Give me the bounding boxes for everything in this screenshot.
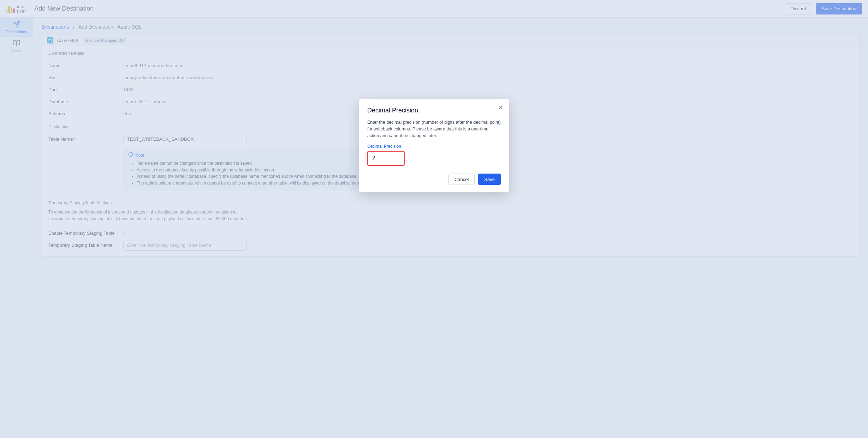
decimal-precision-dialog: Decimal Precision Enter the decimal prec… xyxy=(359,99,509,192)
dialog-actions: Cancel Save xyxy=(367,174,501,185)
precision-input[interactable] xyxy=(368,152,405,165)
precision-field-label: Decimal Precision xyxy=(367,144,501,149)
dialog-cancel-button[interactable]: Cancel xyxy=(448,174,475,185)
dialog-close-button[interactable] xyxy=(497,104,504,112)
dialog-save-button[interactable]: Save xyxy=(478,174,501,185)
close-icon xyxy=(497,107,504,112)
dialog-title: Decimal Precision xyxy=(367,107,501,114)
dialog-body: Enter the decimal precision (number of d… xyxy=(367,119,501,139)
precision-stepper: ▲ ▼ xyxy=(367,151,405,166)
modal-scrim[interactable]: Decimal Precision Enter the decimal prec… xyxy=(0,0,868,438)
